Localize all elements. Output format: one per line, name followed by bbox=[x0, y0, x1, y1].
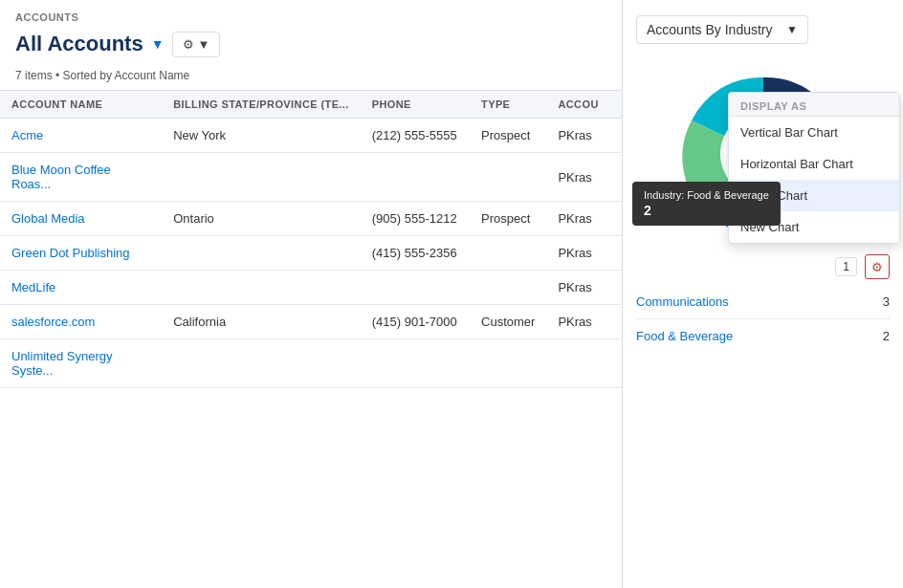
table-row: Global Media Ontario (905) 555-1212 Pros… bbox=[0, 202, 622, 236]
table-row: Blue Moon Coffee Roas... PKras bbox=[0, 153, 622, 202]
cell-owner: PKras bbox=[546, 305, 622, 339]
vertical-bar-option[interactable]: Vertical Bar Chart bbox=[729, 117, 899, 148]
chart-gear-icon: ⚙ bbox=[871, 260, 883, 274]
account-name-link[interactable]: Unlimited Synergy Syste... bbox=[11, 349, 113, 378]
account-name-link[interactable]: Green Dot Publishing bbox=[11, 246, 130, 260]
cell-type bbox=[470, 271, 546, 305]
account-name-link[interactable]: Global Media bbox=[11, 211, 85, 226]
cell-billing-state bbox=[162, 236, 361, 271]
cell-type: Customer bbox=[470, 305, 546, 339]
legend-label-food[interactable]: Food & Beverage bbox=[636, 329, 733, 343]
chart-container: DISPLAY AS Vertical Bar Chart Horizontal… bbox=[623, 91, 903, 254]
title-dropdown-icon[interactable]: ▼ bbox=[151, 36, 165, 52]
cell-owner: PKras bbox=[546, 153, 622, 202]
page-number: 1 bbox=[835, 257, 857, 276]
cell-phone: (212) 555-5555 bbox=[361, 119, 470, 153]
cell-account-name: salesforce.com bbox=[0, 305, 162, 339]
col-billing-state: BILLING STATE/PROVINCE (TE... bbox=[162, 91, 361, 119]
legend-label-communications[interactable]: Communications bbox=[636, 294, 729, 309]
cell-phone bbox=[361, 271, 470, 305]
chart-panel: Accounts By Industry ▼ bbox=[622, 91, 903, 588]
cell-owner: PKras bbox=[546, 202, 622, 236]
legend-row-food: Food & Beverage 2 bbox=[636, 319, 890, 353]
cell-owner bbox=[546, 339, 622, 388]
col-account-owner: ACCOU bbox=[546, 91, 622, 119]
tooltip-label: Industry: Food & Beverage bbox=[644, 189, 769, 201]
cell-phone bbox=[361, 339, 470, 388]
page-title: All Accounts bbox=[15, 32, 143, 56]
legend-count-food: 2 bbox=[883, 329, 890, 343]
cell-billing-state: Ontario bbox=[162, 202, 361, 236]
cell-type bbox=[470, 153, 546, 202]
account-name-link[interactable]: Acme bbox=[11, 128, 43, 142]
horizontal-bar-option[interactable]: Horizontal Bar Chart bbox=[729, 148, 899, 180]
cell-type bbox=[470, 236, 546, 271]
table-row: MedLife PKras bbox=[0, 271, 622, 305]
table-row: Green Dot Publishing (415) 555-2356 PKra… bbox=[0, 236, 622, 271]
cell-account-name: Global Media bbox=[0, 202, 162, 236]
settings-dropdown-arrow: ▼ bbox=[198, 37, 210, 52]
cell-phone: (415) 901-7000 bbox=[361, 305, 470, 339]
chart-tooltip: Industry: Food & Beverage 2 bbox=[632, 182, 781, 226]
table-row: Acme New York (212) 555-5555 Prospect PK… bbox=[0, 119, 622, 153]
chart-legend: Communications 3 Food & Beverage 2 bbox=[623, 285, 903, 353]
cell-type: Prospect bbox=[470, 202, 546, 236]
account-name-link[interactable]: MedLife bbox=[11, 280, 55, 294]
cell-billing-state: California bbox=[162, 305, 361, 339]
col-type: TYPE bbox=[470, 91, 546, 119]
table-row: Unlimited Synergy Syste... bbox=[0, 339, 622, 388]
cell-billing-state bbox=[162, 271, 361, 305]
chart-settings-button[interactable]: ⚙ bbox=[865, 254, 890, 279]
account-name-link[interactable]: salesforce.com bbox=[11, 315, 95, 329]
cell-account-name: Acme bbox=[0, 119, 162, 153]
accounts-table: ACCOUNT NAME BILLING STATE/PROVINCE (TE.… bbox=[0, 91, 622, 388]
chart-footer: 1 ⚙ bbox=[623, 254, 903, 285]
cell-billing-state: New York bbox=[162, 119, 361, 153]
table-row: salesforce.com California (415) 901-7000… bbox=[0, 305, 622, 339]
cell-billing-state bbox=[162, 153, 361, 202]
cell-type: Prospect bbox=[470, 119, 546, 153]
display-as-header: DISPLAY AS bbox=[729, 93, 899, 117]
col-phone: PHONE bbox=[361, 91, 470, 119]
col-account-name: ACCOUNT NAME bbox=[0, 91, 162, 119]
gear-icon: ⚙ bbox=[183, 37, 194, 52]
legend-count-communications: 3 bbox=[883, 294, 890, 309]
cell-account-name: Unlimited Synergy Syste... bbox=[0, 339, 162, 388]
cell-owner: PKras bbox=[546, 236, 622, 271]
cell-phone: (415) 555-2356 bbox=[361, 236, 470, 271]
cell-billing-state bbox=[162, 339, 361, 388]
cell-account-name: Blue Moon Coffee Roas... bbox=[0, 153, 162, 202]
cell-phone: (905) 555-1212 bbox=[361, 202, 470, 236]
cell-type bbox=[470, 339, 546, 388]
cell-account-name: MedLife bbox=[0, 271, 162, 305]
cell-account-name: Green Dot Publishing bbox=[0, 236, 162, 271]
settings-button[interactable]: ⚙ ▼ bbox=[172, 32, 221, 57]
tooltip-value: 2 bbox=[644, 203, 769, 218]
account-name-link[interactable]: Blue Moon Coffee Roas... bbox=[11, 163, 111, 191]
legend-row-communications: Communications 3 bbox=[636, 285, 890, 319]
cell-owner: PKras bbox=[546, 271, 622, 305]
cell-phone bbox=[361, 153, 470, 202]
cell-owner: PKras bbox=[546, 119, 622, 153]
